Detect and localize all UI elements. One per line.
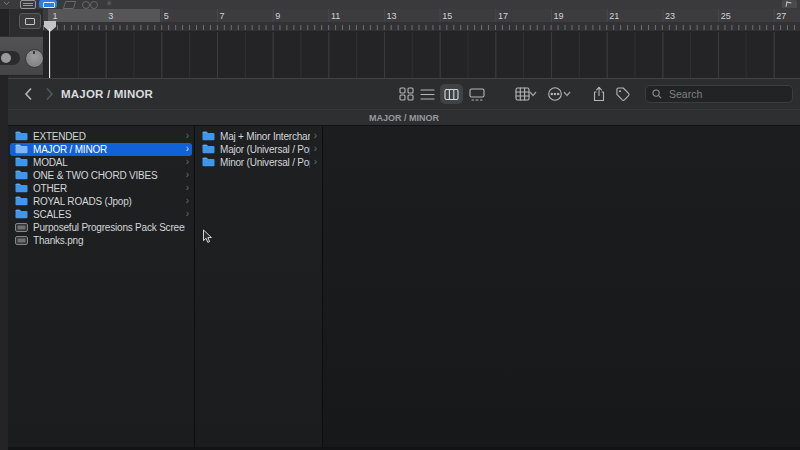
file-row[interactable]: ONE & TWO CHORD VIBES›: [10, 169, 192, 182]
ruler-bar-label: 7: [220, 11, 225, 21]
row-chevron-icon: ›: [314, 144, 317, 155]
smart-controls-button-active[interactable]: [39, 0, 57, 8]
ruler-bar-label: 17: [498, 11, 508, 21]
image-file-icon: [15, 222, 28, 233]
file-label: Major (Universal / Pop): [220, 144, 310, 155]
file-row[interactable]: EXTENDED›: [10, 130, 192, 143]
timeline-ruler[interactable]: 13579111315171921232527: [43, 9, 800, 78]
column-browser: EXTENDED›MAJOR / MINOR›MODAL›ONE & TWO C…: [8, 126, 800, 447]
finder-toolbar: MAJOR / MINOR: [8, 79, 800, 109]
mixer-icon[interactable]: [63, 1, 77, 9]
file-label: SCALES: [33, 209, 182, 220]
loop-browser-icon[interactable]: [82, 1, 96, 7]
ruler-bar-label: 23: [665, 11, 675, 21]
file-row[interactable]: OTHER›: [10, 182, 192, 195]
folder-icon: [15, 209, 28, 220]
ruler-bar-label: 3: [108, 11, 113, 21]
file-label: OTHER: [33, 183, 182, 194]
browser-column-3-empty[interactable]: [323, 126, 800, 447]
ruler-bar-numbers[interactable]: 13579111315171921232527: [43, 9, 800, 23]
finder-window: MAJOR / MINOR: [8, 78, 800, 450]
editors-icon[interactable]: [20, 0, 36, 9]
track-pan-knob[interactable]: [25, 49, 44, 68]
browser-column-2[interactable]: Maj + Minor Interchange›Major (Universal…: [195, 126, 323, 447]
track-toggle-switch[interactable]: [0, 51, 20, 65]
row-chevron-icon: ›: [314, 131, 317, 142]
file-row[interactable]: SCALES›: [10, 208, 192, 221]
ruler-bar-label: 15: [442, 11, 452, 21]
row-chevron-icon: ›: [186, 157, 189, 168]
chevron-down-icon[interactable]: [3, 1, 10, 6]
group-chevron-icon: [529, 91, 537, 97]
file-label: MAJOR / MINOR: [33, 144, 182, 155]
file-row[interactable]: Major (Universal / Pop)›: [197, 143, 320, 156]
cycle-region[interactable]: [48, 9, 160, 22]
share-button[interactable]: [588, 84, 610, 104]
track-header-panel: [0, 36, 43, 76]
search-field[interactable]: [645, 85, 793, 103]
file-label: MODAL: [33, 157, 182, 168]
ruler-bar-label: 27: [776, 11, 786, 21]
folder-icon: [15, 170, 28, 181]
more-actions-chevron-icon: [563, 91, 571, 97]
folder-icon: [15, 131, 28, 142]
window-title: MAJOR / MINOR: [61, 79, 153, 109]
file-row[interactable]: Minor (Universal / Pop)›: [197, 156, 320, 169]
file-row[interactable]: Thanks.png: [10, 234, 192, 247]
ruler-bar-label: 5: [164, 11, 169, 21]
column-view-button[interactable]: [441, 84, 463, 104]
folder-icon: [15, 183, 28, 194]
file-label: EXTENDED: [33, 131, 182, 142]
playhead-line: [49, 29, 50, 78]
row-chevron-icon: ›: [186, 144, 189, 155]
path-bar: MAJOR / MINOR: [8, 109, 800, 126]
timeline-grid[interactable]: [43, 32, 800, 78]
folder-icon: [15, 144, 28, 155]
list-view-button[interactable]: [416, 84, 438, 104]
row-chevron-icon: ›: [186, 183, 189, 194]
ruler-ticks[interactable]: [43, 22, 800, 32]
file-label: Maj + Minor Interchange: [220, 131, 310, 142]
file-row[interactable]: Maj + Minor Interchange›: [197, 130, 320, 143]
file-row[interactable]: ROYAL ROADS (Jpop)›: [10, 195, 192, 208]
track-display-button[interactable]: [19, 13, 41, 29]
screen: ✳ 13579111315171921232527: [0, 0, 800, 450]
folder-icon: [15, 196, 28, 207]
snap-icon[interactable]: ✳: [106, 0, 113, 8]
folder-icon: [202, 131, 215, 142]
row-chevron-icon: ›: [186, 170, 189, 181]
file-label: Purposeful Progresions Pack Screenshot: [33, 222, 185, 233]
ruler-bar-label: 21: [609, 11, 619, 21]
folder-icon: [202, 157, 215, 168]
pointer-tool-button[interactable]: [782, 0, 797, 8]
row-chevron-icon: ›: [186, 196, 189, 207]
file-label: ROYAL ROADS (Jpop): [33, 196, 182, 207]
path-label: MAJOR / MINOR: [369, 113, 439, 123]
folder-icon: [15, 157, 28, 168]
forward-button[interactable]: [41, 85, 57, 103]
tags-button[interactable]: [612, 84, 634, 104]
ruler-bar-label: 9: [275, 11, 280, 21]
ruler-bar-label: 19: [554, 11, 564, 21]
mouse-cursor: [202, 229, 213, 244]
file-row[interactable]: MAJOR / MINOR›: [10, 143, 192, 156]
search-icon: [652, 89, 662, 99]
ruler-bar-label: 13: [387, 11, 397, 21]
ruler-bar-label: 25: [721, 11, 731, 21]
file-label: Thanks.png: [33, 235, 185, 246]
row-chevron-icon: ›: [314, 157, 317, 168]
image-file-icon: [15, 235, 28, 246]
file-row[interactable]: Purposeful Progresions Pack Screenshot: [10, 221, 192, 234]
ruler-bar-label: 1: [53, 11, 58, 21]
search-input[interactable]: [667, 87, 786, 101]
icon-view-button[interactable]: [395, 84, 417, 104]
file-label: Minor (Universal / Pop): [220, 157, 310, 168]
back-button[interactable]: [20, 85, 36, 103]
browser-column-1[interactable]: EXTENDED›MAJOR / MINOR›MODAL›ONE & TWO C…: [8, 126, 195, 447]
row-chevron-icon: ›: [186, 131, 189, 142]
gallery-view-button[interactable]: [466, 84, 488, 104]
file-label: ONE & TWO CHORD VIBES: [33, 170, 182, 181]
row-chevron-icon: ›: [186, 209, 189, 220]
track-header-area: [0, 9, 44, 78]
file-row[interactable]: MODAL›: [10, 156, 192, 169]
